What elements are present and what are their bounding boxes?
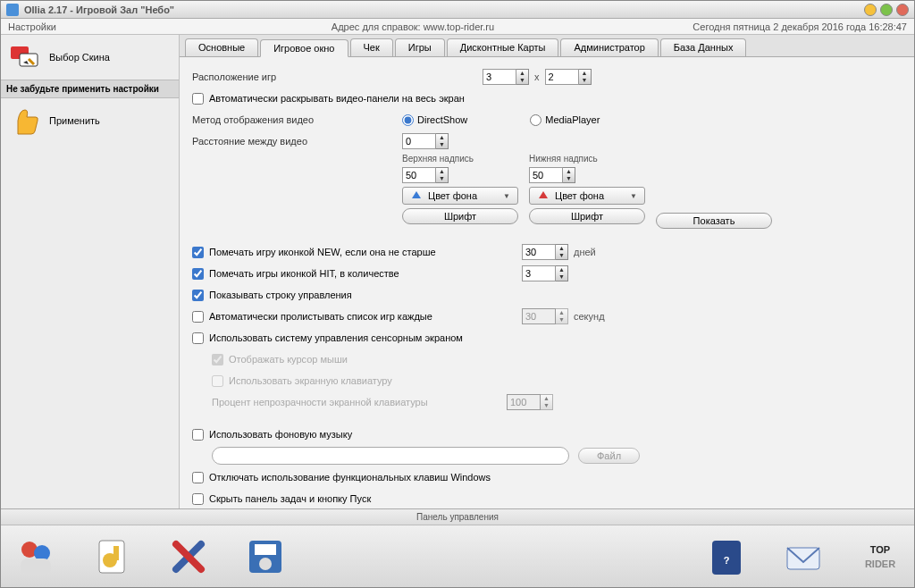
sidebar: Выбор Скина Не забудьте применить настро… [1,35,180,508]
layout-label: Расположение игр [192,71,402,82]
sidebar-apply-label: Применить [49,115,100,126]
disable-winkeys-checkbox[interactable] [192,472,204,483]
footer-label: Панель управления [1,508,914,525]
tab-admin[interactable]: Администратор [560,38,658,56]
tab-game-window[interactable]: Игровое окно [260,39,348,57]
touch-checkbox[interactable] [192,332,204,344]
bottom-caption-spinner[interactable]: ▲▼ [529,167,645,183]
tab-check[interactable]: Чек [350,38,393,56]
radio-mediaplayer[interactable] [530,114,541,126]
svg-rect-7 [113,546,119,560]
info-left: Настройки [8,21,187,32]
thumbs-up-icon [8,104,42,138]
video-method-label: Метод отображения видео [192,114,402,125]
settings-panel: Расположение игр ▲▼ x ▲▼ Автоматически р… [180,57,914,508]
seconds-suffix: секунд [574,311,605,322]
tool-help[interactable]: ? [701,532,751,582]
bottom-font-button[interactable]: Шрифт [529,208,645,224]
info-mid: Адрес для справок: www.top-rider.ru [187,21,639,32]
bottom-bgcolor-button[interactable]: Цвет фона▼ [529,187,645,205]
directshow-label: DirectShow [417,114,467,125]
days-suffix: дней [574,247,596,257]
top-caption-spinner[interactable]: ▲▼ [402,167,518,183]
bg-music-label: Использовать фоновую музыку [209,429,352,440]
autoscroll-checkbox[interactable] [192,311,204,323]
tool-save[interactable] [240,532,290,582]
svg-point-10 [259,558,272,570]
kbd-opacity-label: Процент непрозрачности экранной клавиату… [212,397,507,407]
mark-new-checkbox[interactable] [192,247,204,258]
svg-text:TOP: TOP [870,544,890,555]
tool-logo[interactable]: TOPRIDER [855,532,905,582]
tool-key[interactable] [87,532,137,582]
file-button: Файл [578,448,640,464]
tab-main[interactable]: Основные [185,38,258,56]
show-ctrl-label: Показывать строку управления [209,290,352,300]
tool-mail[interactable] [778,532,828,582]
skin-icon [8,40,42,74]
info-bar: Настройки Адрес для справок: www.top-rid… [1,19,914,35]
auto-expand-label: Автоматически раскрывать видео-панели на… [209,93,465,104]
layout-cols-spinner[interactable]: ▲▼ [483,69,529,85]
bg-music-path [212,447,569,465]
top-bgcolor-button[interactable]: Цвет фона▼ [402,187,518,205]
title-bar: Ollia 2.17 - Игровой Зал "Небо" [1,1,914,19]
new-days-spinner[interactable]: ▲▼ [522,244,568,260]
show-cursor-checkbox [212,354,223,365]
radio-directshow[interactable] [402,114,414,126]
auto-expand-checkbox[interactable] [192,93,204,105]
autoscroll-spinner: ▲▼ [522,308,568,324]
hit-count-spinner[interactable]: ▲▼ [522,265,568,281]
svg-rect-9 [255,544,276,555]
use-kbd-label: Использовать экранную клавиатуру [229,375,392,386]
use-kbd-checkbox [212,375,223,387]
svg-rect-4 [21,559,51,575]
top-caption-label: Верхняя надпись [402,154,518,164]
video-gap-label: Расстояние между видео [192,136,402,147]
svg-text:RIDER: RIDER [865,559,895,569]
mediaplayer-label: MediaPlayer [545,114,600,125]
video-gap-spinner[interactable]: ▲▼ [402,133,449,149]
info-right: Сегодня пятница 2 декабря 2016 года 16:2… [639,21,907,32]
tool-users[interactable] [10,532,60,582]
window-title: Ollia 2.17 - Игровой Зал "Небо" [24,4,174,15]
hide-taskbar-checkbox[interactable] [192,493,204,505]
kbd-opacity-spinner: ▲▼ [507,394,553,410]
autoscroll-label: Автоматически пролистывать список игр ка… [209,311,522,322]
tab-db[interactable]: База Данных [660,38,747,56]
svg-text:?: ? [724,555,730,566]
mark-hit-checkbox[interactable] [192,268,204,280]
minimize-button[interactable] [864,4,877,16]
layout-x: x [534,71,540,82]
bottom-toolbar: ? TOPRIDER [1,525,914,587]
bg-music-checkbox[interactable] [192,429,204,441]
paint-icon [537,189,550,202]
show-cursor-label: Отображать курсор мыши [229,354,348,365]
tab-games[interactable]: Игры [395,38,445,56]
tab-discount[interactable]: Дисконтные Карты [447,38,559,56]
layout-rows-spinner[interactable]: ▲▼ [545,69,592,85]
disable-winkeys-label: Отключать использование функциональных к… [209,472,491,483]
close-button[interactable] [896,4,909,16]
sidebar-separator: Не забудьте применить настройки [1,80,179,98]
mark-new-label: Помечать игру иконкой NEW, если она не с… [209,247,522,257]
tool-settings[interactable] [164,532,214,582]
sidebar-item-apply[interactable]: Применить [1,98,179,143]
show-ctrl-checkbox[interactable] [192,290,204,301]
bottom-caption-label: Нижняя надпись [529,154,645,164]
show-button[interactable]: Показать [656,213,772,229]
hide-taskbar-label: Скрыть панель задач и кнопку Пуск [209,493,371,504]
mark-hit-label: Помечать игры иконкой HIT, в количестве [209,268,522,279]
maximize-button[interactable] [880,4,893,16]
top-font-button[interactable]: Шрифт [402,208,518,224]
sidebar-skin-label: Выбор Скина [49,52,110,63]
app-icon [6,4,19,16]
touch-label: Использовать систему управления сенсорны… [209,332,463,343]
tabs: Основные Игровое окно Чек Игры Дисконтны… [180,35,914,57]
sidebar-item-skin[interactable]: Выбор Скина [1,35,179,80]
paint-icon [410,189,423,202]
